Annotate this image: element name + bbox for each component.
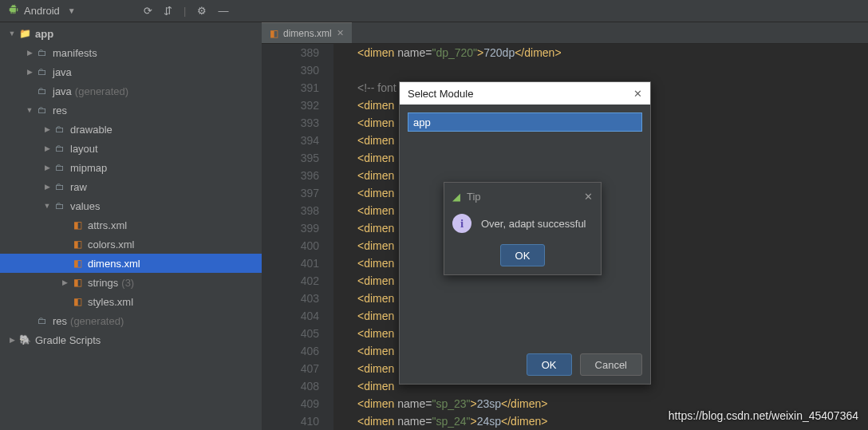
editor-tab-bar: ◧ dimens.xml ✕ — [262, 22, 868, 44]
center-icon[interactable]: ⇵ — [164, 5, 172, 17]
tree-item-gradle-scripts[interactable]: 🐘Gradle Scripts — [0, 330, 262, 349]
tip-message: Over, adapt successful — [481, 218, 586, 230]
tree-item-label: res — [53, 315, 67, 327]
tree-item-colors-xml[interactable]: ◧colors.xml — [0, 235, 262, 254]
tree-item-label: mipmap — [70, 162, 107, 174]
tree-item-label: Gradle Scripts — [35, 334, 101, 346]
folder-icon: 🗀 — [35, 47, 49, 58]
tab-label: dimens.xml — [283, 28, 332, 39]
tree-item-label: java — [53, 85, 72, 97]
tree-item-res[interactable]: 🗀res(generated) — [0, 311, 262, 330]
watermark-text: https://blog.csdn.net/weixin_45407364 — [669, 409, 858, 422]
folder-icon: 🗀 — [53, 143, 67, 154]
tab-close-icon[interactable]: ✕ — [337, 28, 344, 38]
expand-arrow-icon[interactable] — [24, 106, 35, 114]
tree-item-label: java — [53, 66, 72, 78]
tree-item-label: raw — [70, 181, 87, 193]
dialog-titlebar[interactable]: Select Module ✕ — [400, 82, 650, 105]
xml-icon: ◧ — [70, 296, 85, 307]
tree-item-dimens-xml[interactable]: ◧dimens.xml — [0, 254, 262, 273]
android-icon — [8, 4, 19, 18]
folder-icon: 🗀 — [53, 181, 67, 192]
tree-item-label: styles.xml — [88, 296, 133, 308]
expand-arrow-icon[interactable] — [41, 202, 53, 210]
expand-arrow-icon[interactable] — [41, 164, 53, 172]
tree-item-java[interactable]: 🗀java — [0, 62, 262, 81]
folder-icon: 🗀 — [35, 85, 49, 97]
folder-icon: 🗀 — [35, 66, 49, 77]
tip-popup: ◢ Tip ✕ i Over, adapt successful OK — [444, 182, 602, 275]
collapse-icon[interactable]: — — [218, 5, 228, 17]
project-tree[interactable]: 📁app🗀manifests🗀java🗀java(generated)🗀res🗀… — [0, 22, 262, 430]
top-toolbar: Android ▼ ⟳ ⇵ | ⚙ — — [0, 0, 868, 22]
tree-item-manifests[interactable]: 🗀manifests — [0, 43, 262, 62]
dialog-close-icon[interactable]: ✕ — [633, 88, 642, 100]
tip-title: Tip — [467, 191, 481, 203]
xml-icon: ◧ — [70, 219, 85, 231]
folder-icon: 🗀 — [53, 162, 67, 173]
dialog-ok-button[interactable]: OK — [527, 353, 572, 376]
line-gutter: 3893903913923933943953963973983994004014… — [262, 44, 333, 430]
expand-arrow-icon[interactable] — [24, 49, 35, 57]
settings-icon[interactable]: ⚙ — [197, 5, 207, 17]
expand-arrow-icon[interactable] — [41, 125, 53, 133]
sync-icon[interactable]: ⟳ — [144, 5, 152, 17]
tree-item-annotation: (generated) — [70, 315, 124, 327]
tree-item-java[interactable]: 🗀java(generated) — [0, 81, 262, 101]
info-icon: i — [452, 214, 471, 233]
tree-item-annotation: (generated) — [75, 85, 128, 97]
tree-item-label: values — [70, 200, 101, 212]
tree-item-app[interactable]: 📁app — [0, 24, 262, 43]
tree-item-layout[interactable]: 🗀layout — [0, 139, 262, 158]
expand-arrow-icon[interactable] — [59, 278, 70, 286]
xml-icon: ◧ — [70, 258, 85, 269]
tip-app-icon: ◢ — [452, 191, 460, 203]
xml-icon: ◧ — [70, 239, 85, 250]
tree-item-label: app — [35, 28, 53, 40]
platform-label: Android — [24, 5, 60, 17]
expand-arrow-icon[interactable] — [41, 183, 53, 191]
tree-item-label: dimens.xml — [88, 258, 140, 270]
platform-selector[interactable]: Android ▼ — [8, 4, 76, 18]
tree-item-annotation: (3) — [121, 277, 134, 289]
tree-item-label: drawable — [70, 124, 112, 136]
tree-item-label: res — [53, 105, 67, 116]
tree-item-label: strings — [88, 277, 118, 289]
gradle-icon: 🐘 — [18, 334, 32, 345]
tree-item-strings[interactable]: ◧strings(3) — [0, 273, 262, 292]
expand-arrow-icon[interactable] — [24, 68, 35, 76]
tree-item-label: attrs.xml — [88, 219, 127, 231]
tree-item-label: manifests — [53, 47, 97, 59]
folder-icon: 🗀 — [53, 200, 67, 211]
folder-icon: 🗀 — [35, 315, 49, 326]
folder-icon: 🗀 — [35, 105, 49, 116]
dropdown-arrow-icon: ▼ — [68, 6, 76, 15]
tree-item-label: colors.xml — [88, 239, 135, 251]
tree-item-mipmap[interactable]: 🗀mipmap — [0, 158, 262, 177]
xml-icon: ◧ — [70, 277, 85, 288]
tree-item-styles-xml[interactable]: ◧styles.xml — [0, 292, 262, 311]
xml-file-icon: ◧ — [270, 28, 278, 39]
dialog-title: Select Module — [408, 88, 473, 100]
tree-item-label: layout — [70, 143, 98, 155]
tree-item-raw[interactable]: 🗀raw — [0, 177, 262, 196]
tree-item-attrs-xml[interactable]: ◧attrs.xml — [0, 215, 262, 235]
tip-ok-button[interactable]: OK — [500, 244, 546, 266]
tree-item-values[interactable]: 🗀values — [0, 196, 262, 215]
dialog-cancel-button[interactable]: Cancel — [580, 353, 642, 376]
expand-arrow-icon[interactable] — [41, 144, 53, 152]
expand-arrow-icon[interactable] — [6, 336, 18, 344]
tree-item-drawable[interactable]: 🗀drawable — [0, 120, 262, 139]
module-input[interactable] — [408, 112, 642, 132]
module-icon: 📁 — [18, 28, 32, 39]
editor-tab[interactable]: ◧ dimens.xml ✕ — [262, 22, 352, 43]
expand-arrow-icon[interactable] — [6, 30, 18, 37]
folder-icon: 🗀 — [53, 124, 67, 135]
tree-item-res[interactable]: 🗀res — [0, 101, 262, 120]
tip-close-icon[interactable]: ✕ — [584, 191, 593, 203]
